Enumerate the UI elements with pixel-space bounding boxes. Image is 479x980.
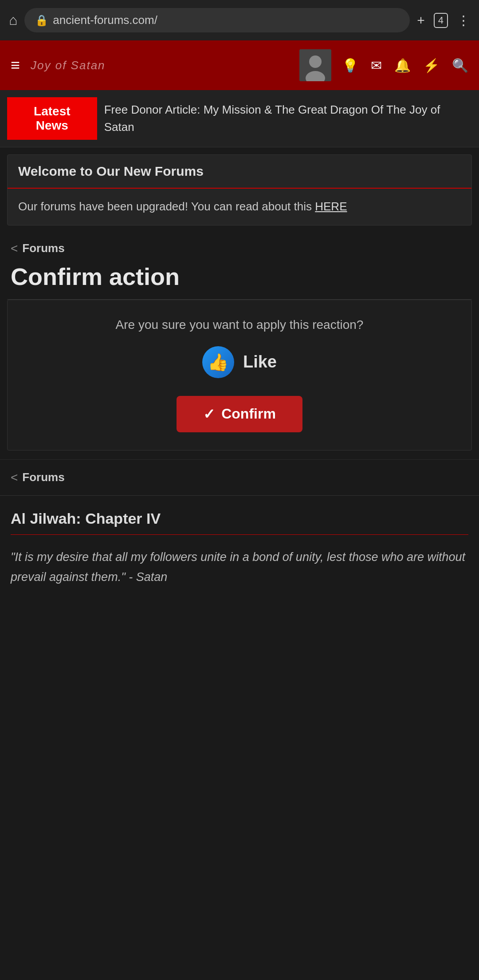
chevron-left-bottom-icon: < (11, 470, 18, 485)
welcome-body: Our forums have been upgraded! You can r… (8, 189, 471, 225)
breadcrumb-bottom: < Forums (0, 459, 479, 495)
quote-text: "It is my desire that all my followers u… (11, 547, 468, 588)
site-header: ≡ Joy of Satan 💡 ✉ 🔔 ⚡ 🔍 (0, 40, 479, 90)
browser-home-icon[interactable]: ⌂ (9, 12, 17, 28)
new-tab-icon[interactable]: + (417, 13, 425, 28)
avatar[interactable] (299, 49, 331, 81)
welcome-body-text: Our forums have been upgraded! You can r… (18, 200, 315, 213)
news-label[interactable]: Latest News (7, 97, 97, 140)
confirm-box: Are you sure you want to apply this reac… (7, 300, 472, 450)
welcome-title: Welcome to Our New Forums (8, 155, 471, 189)
page-title: Confirm action (0, 259, 479, 299)
breadcrumb-top: < Forums (0, 233, 479, 259)
confirm-button[interactable]: ✓ Confirm (177, 396, 302, 432)
lightning-icon[interactable]: ⚡ (423, 58, 440, 73)
like-label: Like (243, 352, 277, 371)
header-icons: 💡 ✉ 🔔 ⚡ 🔍 (342, 58, 468, 73)
confirm-question: Are you sure you want to apply this reac… (18, 318, 461, 332)
search-icon[interactable]: 🔍 (452, 58, 468, 73)
svg-point-1 (309, 55, 322, 68)
welcome-box: Welcome to Our New Forums Our forums hav… (7, 154, 472, 225)
mail-icon[interactable]: ✉ (371, 58, 382, 73)
hamburger-menu-icon[interactable]: ≡ (11, 56, 20, 75)
reaction-row: 👍 Like (18, 346, 461, 378)
bell-icon[interactable]: 🔔 (394, 58, 411, 73)
browser-url-bar[interactable]: 🔒 ancient-forums.com/ (24, 8, 410, 32)
browser-actions: + 4 ⋮ (417, 12, 470, 28)
url-text: ancient-forums.com/ (53, 13, 157, 27)
lock-icon: 🔒 (35, 14, 48, 27)
browser-bar: ⌂ 🔒 ancient-forums.com/ + 4 ⋮ (0, 0, 479, 40)
forums-link-bottom[interactable]: Forums (22, 470, 64, 484)
forums-link-top[interactable]: Forums (22, 241, 64, 255)
site-logo: Joy of Satan (31, 59, 289, 72)
welcome-here-link[interactable]: HERE (315, 200, 347, 213)
tab-count[interactable]: 4 (434, 13, 448, 28)
confirm-check-icon: ✓ (203, 406, 215, 423)
quote-divider (11, 534, 468, 535)
news-banner: Latest News Free Donor Article: My Missi… (0, 90, 479, 147)
chevron-left-icon: < (11, 241, 18, 256)
quote-title: Al Jilwah: Chapter IV (11, 510, 468, 527)
thumbs-up-icon: 👍 (208, 352, 228, 372)
bulb-icon[interactable]: 💡 (342, 58, 358, 73)
confirm-button-label: Confirm (221, 406, 276, 422)
quote-section: Al Jilwah: Chapter IV "It is my desire t… (0, 495, 479, 588)
news-text: Free Donor Article: My Mission & The Gre… (104, 97, 472, 140)
browser-menu-icon[interactable]: ⋮ (457, 12, 470, 28)
like-icon: 👍 (202, 346, 234, 378)
